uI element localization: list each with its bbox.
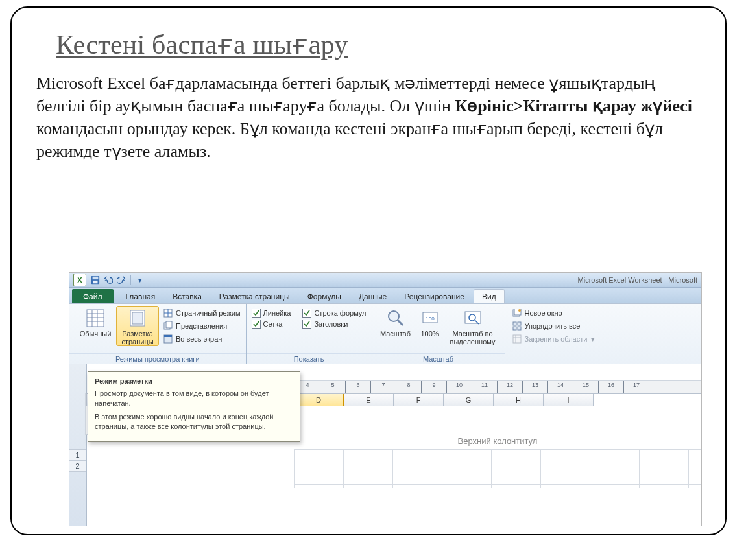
full-screen-button[interactable]: Во весь экран — [163, 334, 241, 344]
page-layout-tooltip: Режим разметки Просмотр документа в том … — [88, 371, 300, 442]
slide-body: Microsoft Excel бағдарламасында беттегі … — [36, 72, 701, 163]
normal-view-label: Обычный — [80, 330, 112, 338]
svg-rect-28 — [513, 322, 516, 325]
tab-file[interactable]: Файл — [72, 289, 114, 303]
tab-data[interactable]: Данные — [350, 289, 395, 303]
headings-checkbox[interactable]: Заголовки — [302, 320, 366, 329]
zoom-100-label: 100% — [420, 330, 439, 338]
svg-rect-2 — [93, 281, 98, 283]
tab-page-layout[interactable]: Разметка страницы — [211, 289, 298, 303]
ruler-checkbox[interactable]: Линейка — [252, 309, 291, 318]
formula-bar-checkbox[interactable]: Строка формул — [302, 309, 366, 318]
svg-rect-30 — [513, 327, 516, 330]
freeze-panes-button: Закрепить области ▾ — [512, 334, 596, 344]
normal-view-icon — [85, 308, 106, 329]
ribbon-group-views: Обычный Разметка страницы Страничный реж… — [69, 304, 247, 365]
page-break-preview-button[interactable]: Страничный режим — [163, 308, 241, 318]
full-screen-label: Во весь экран — [176, 335, 222, 343]
tab-home[interactable]: Главная — [117, 289, 164, 303]
redo-icon[interactable] — [115, 274, 127, 286]
row-header-gutter: 1 2 — [69, 364, 87, 526]
svg-rect-17 — [164, 335, 172, 337]
grid-checkbox-label: Сетка — [263, 320, 283, 328]
page-header-placeholder[interactable]: Верхний колонтитул — [294, 436, 701, 446]
ruler-tick: 5 — [320, 381, 345, 393]
page-break-icon — [163, 308, 173, 318]
col-head-I[interactable]: I — [544, 394, 594, 406]
checkbox-checked-icon — [302, 320, 311, 329]
ruler-tick: 17 — [623, 381, 649, 393]
new-window-button[interactable]: Новое окно — [512, 308, 596, 318]
page-layout-button[interactable]: Разметка страницы — [116, 306, 159, 346]
arrange-all-label: Упорядочить все — [525, 322, 581, 330]
ribbon-group-zoom: Масштаб 100 100% Масштаб по выделенному — [372, 304, 505, 365]
dropdown-icon: ▾ — [591, 335, 595, 344]
zoom-to-selection-button[interactable]: Масштаб по выделенному — [446, 307, 499, 345]
new-window-label: Новое окно — [525, 309, 562, 317]
svg-rect-29 — [518, 322, 521, 325]
svg-rect-31 — [518, 327, 521, 330]
zoom-100-icon: 100 — [420, 308, 440, 329]
slide-title: Кестені баспаға шығару — [56, 29, 725, 60]
new-window-icon — [512, 308, 522, 318]
qat-dropdown-icon[interactable]: ▾ — [134, 274, 146, 286]
col-head-G[interactable]: G — [444, 394, 494, 406]
quick-access-toolbar: X ▾ Microsoft Excel Worksheet - Microsof… — [69, 273, 701, 288]
para-bold: Көрініс>Кітапты қарау жүйесі — [455, 97, 693, 115]
arrange-all-button[interactable]: Упорядочить все — [512, 321, 596, 331]
window-title: Microsoft Excel Worksheet - Microsoft — [578, 276, 697, 284]
freeze-panes-label: Закрепить области — [525, 335, 588, 343]
row-head-2[interactable]: 2 — [69, 460, 86, 472]
ruler-tick: 10 — [446, 381, 472, 393]
ruler-tick: 15 — [573, 381, 598, 393]
page-layout-icon — [127, 308, 148, 329]
checkbox-checked-icon — [252, 309, 261, 318]
tab-formulas[interactable]: Формулы — [299, 289, 350, 303]
slide-frame: Кестені баспаға шығару Microsoft Excel б… — [10, 6, 727, 535]
checkbox-checked-icon — [302, 309, 311, 318]
tab-review[interactable]: Рецензирование — [396, 289, 473, 303]
svg-rect-22 — [465, 312, 481, 323]
normal-view-button[interactable]: Обычный — [75, 307, 116, 338]
custom-views-label: Представления — [176, 322, 227, 330]
ruler-tick: 6 — [345, 381, 370, 393]
zoom-label: Масштаб — [380, 330, 411, 338]
ruler-tick: 11 — [472, 381, 497, 393]
svg-text:100: 100 — [426, 316, 435, 321]
zoom-100-button[interactable]: 100 100% — [414, 307, 446, 338]
undo-icon[interactable] — [102, 274, 114, 286]
ruler-tick: 16 — [598, 381, 623, 393]
svg-point-27 — [518, 309, 521, 312]
tooltip-p2: В этом режиме хорошо видны начало и коне… — [95, 412, 293, 432]
horizontal-ruler: 4 5 6 7 8 9 10 11 12 13 14 15 16 17 — [294, 380, 701, 393]
tab-insert[interactable]: Вставка — [164, 289, 210, 303]
col-head-F[interactable]: F — [394, 394, 444, 406]
save-icon[interactable] — [90, 274, 101, 286]
formula-bar-checkbox-label: Строка формул — [314, 309, 366, 317]
qat-separator — [130, 275, 131, 285]
svg-rect-1 — [93, 277, 99, 279]
ruler-tick: 9 — [421, 381, 446, 393]
full-screen-icon — [163, 334, 173, 344]
col-head-E[interactable]: E — [344, 394, 394, 406]
row-head-1[interactable]: 1 — [69, 449, 86, 461]
page-layout-label: Разметка страницы — [118, 330, 157, 345]
custom-views-button[interactable]: Представления — [163, 321, 241, 331]
col-head-H[interactable]: H — [494, 394, 544, 406]
ribbon-group-window: Новое окно Упорядочить все Закрепить обл… — [505, 304, 702, 365]
ribbon: Обычный Разметка страницы Страничный реж… — [69, 304, 701, 366]
arrange-all-icon — [512, 321, 522, 331]
column-headers: D E F G H I — [294, 393, 701, 406]
ruler-tick: 12 — [497, 381, 522, 393]
zoom-icon — [385, 308, 406, 329]
tab-view[interactable]: Вид — [474, 289, 505, 303]
col-head-D[interactable]: D — [294, 394, 344, 406]
custom-views-icon — [163, 321, 173, 331]
grid-checkbox[interactable]: Сетка — [252, 320, 291, 329]
ribbon-group-show: Линейка Сетка Строка формул — [247, 304, 372, 365]
ruler-tick: 7 — [370, 381, 396, 393]
zoom-button[interactable]: Масштаб — [378, 307, 414, 338]
ruler-checkbox-label: Линейка — [263, 309, 291, 317]
ruler-tick: 13 — [522, 381, 547, 393]
cell-grid[interactable] — [294, 449, 701, 488]
